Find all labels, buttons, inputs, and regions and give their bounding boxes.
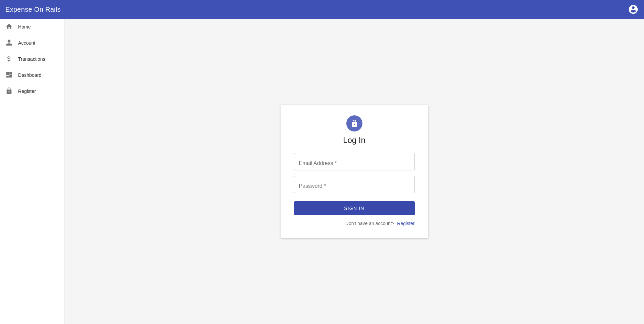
lock-icon: [5, 87, 13, 96]
person-icon: [5, 39, 13, 47]
sidebar-item-register[interactable]: Register: [0, 83, 64, 99]
lock-avatar-icon: [350, 119, 358, 127]
sidebar-item-dashboard-label: Dashboard: [18, 72, 41, 78]
sidebar-item-dashboard[interactable]: Dashboard: [0, 67, 64, 83]
dollar-icon: [5, 55, 13, 63]
password-input[interactable]: [294, 176, 415, 193]
main-content: Log In SIGN IN Don't have an account? Re…: [64, 19, 644, 324]
sidebar-item-account-label: Account: [18, 40, 35, 46]
email-field-group: [294, 153, 415, 170]
password-field-group: [294, 176, 415, 193]
home-icon: [5, 23, 13, 31]
app-bar: Expense On Rails: [0, 0, 644, 19]
sidebar-item-transactions[interactable]: Transactions: [0, 51, 64, 67]
account-circle-icon: [628, 4, 639, 15]
login-title: Log In: [343, 136, 365, 145]
sidebar-item-home-label: Home: [18, 24, 31, 30]
dashboard-icon: [5, 71, 13, 79]
register-link[interactable]: Register: [397, 221, 414, 226]
email-input[interactable]: [294, 153, 415, 170]
login-card: Log In SIGN IN Don't have an account? Re…: [281, 105, 428, 238]
lock-avatar: [346, 115, 362, 131]
sidebar-item-register-label: Register: [18, 89, 36, 94]
register-prompt-text: Don't have an account?: [345, 221, 395, 226]
layout: Home Account Transactions: [0, 19, 644, 324]
sign-in-button[interactable]: SIGN IN: [294, 201, 415, 215]
sidebar: Home Account Transactions: [0, 19, 64, 324]
sidebar-item-account[interactable]: Account: [0, 35, 64, 51]
sidebar-item-home[interactable]: Home: [0, 19, 64, 35]
sidebar-item-transactions-label: Transactions: [18, 56, 45, 62]
app-bar-account-button[interactable]: [628, 4, 639, 15]
app-bar-title: Expense On Rails: [5, 6, 61, 13]
register-prompt: Don't have an account? Register: [345, 221, 415, 226]
